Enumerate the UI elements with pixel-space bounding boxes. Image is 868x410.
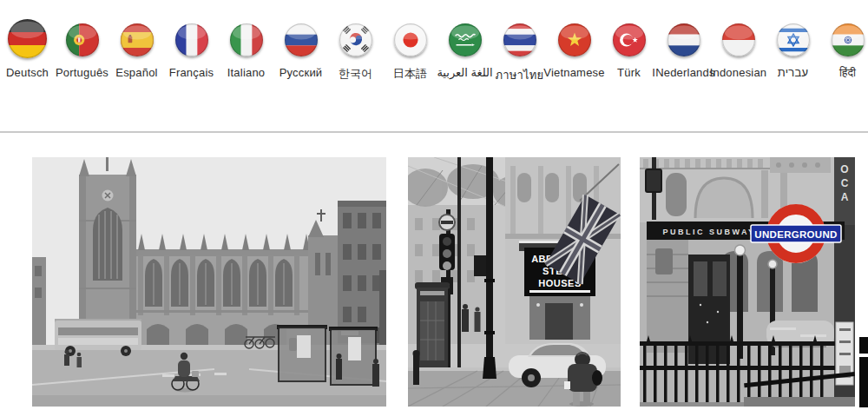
th-flag-icon xyxy=(503,23,536,56)
language-item-fr[interactable]: Français xyxy=(164,23,219,79)
kr-flag-icon xyxy=(339,23,372,56)
photo-underground-entrance: O C A PUBLIC SUBWAY xyxy=(640,157,855,407)
language-label: 日本語 xyxy=(393,66,428,82)
language-label: Русский xyxy=(279,66,323,79)
language-item-es[interactable]: Español xyxy=(109,23,164,79)
id-flag-icon xyxy=(722,23,755,56)
language-item-kr[interactable]: 한국어 xyxy=(328,23,383,82)
photo-partial-block-top xyxy=(859,337,868,354)
tr-flag-icon xyxy=(613,23,646,56)
pt-flag-icon xyxy=(66,23,99,56)
language-label: Türk xyxy=(617,66,641,79)
language-label: עברית xyxy=(778,66,808,79)
language-item-jp[interactable]: 日本語 xyxy=(383,23,437,82)
nl-flag-icon xyxy=(667,23,700,56)
photo-partial-right-edge xyxy=(859,337,868,407)
language-label: Español xyxy=(115,66,157,79)
language-section: Deutsch Português Español Français Itali… xyxy=(0,0,868,133)
aberdeen-street-illustration: ABERDEEN STEAK HOUSES xyxy=(408,157,621,407)
language-label: 한국어 xyxy=(339,66,373,82)
es-flag-icon xyxy=(121,23,154,56)
bath-abbey-illustration xyxy=(32,157,386,407)
language-item-de[interactable]: Deutsch xyxy=(0,19,55,79)
language-label: Deutsch xyxy=(6,66,49,79)
language-bar: Deutsch Português Español Français Itali… xyxy=(0,0,868,84)
language-label: INederlands xyxy=(652,66,714,79)
language-label: Indonesian xyxy=(710,66,767,79)
language-label: اللغة العربية xyxy=(437,66,492,79)
vertical-sign-letter-1: O xyxy=(840,163,848,175)
language-item-tr[interactable]: Türk xyxy=(602,23,656,79)
language-label: Vietnamese xyxy=(543,66,604,79)
language-item-in[interactable]: हिंदी xyxy=(820,23,868,80)
it-flag-icon xyxy=(230,23,263,56)
language-item-nl[interactable]: INederlands xyxy=(656,23,711,79)
public-subway-sign: PUBLIC SUBWAY xyxy=(662,228,755,236)
language-item-it[interactable]: Italiano xyxy=(219,23,273,79)
fr-flag-icon xyxy=(175,23,208,56)
language-item-pt[interactable]: Português xyxy=(55,23,109,79)
language-label: Français xyxy=(169,66,214,79)
vertical-sign-letter-2: C xyxy=(841,177,849,189)
ru-flag-icon xyxy=(285,23,318,56)
underground-roundel-text: UNDERGROUND xyxy=(754,229,837,240)
sa-flag-icon xyxy=(449,23,482,56)
photo-partial-block-bottom xyxy=(859,357,868,407)
photo-gallery: ABERDEEN STEAK HOUSES xyxy=(0,133,868,408)
language-label: Português xyxy=(56,66,108,79)
language-item-ru[interactable]: Русский xyxy=(273,23,328,79)
language-item-sa[interactable]: اللغة العربية xyxy=(437,23,492,79)
il-flag-icon xyxy=(777,23,810,56)
photo-bath-abbey-street xyxy=(32,157,386,407)
photo-aberdeen-steak-houses: ABERDEEN STEAK HOUSES xyxy=(408,157,621,407)
jp-flag-icon xyxy=(394,23,427,56)
vn-flag-icon xyxy=(558,23,591,56)
in-flag-icon xyxy=(832,23,865,56)
de-flag-icon xyxy=(8,19,47,58)
language-label: ภาษาไทย xyxy=(496,66,544,84)
language-label: हिंदी xyxy=(839,66,856,80)
language-item-id[interactable]: Indonesian xyxy=(711,23,766,79)
language-item-vn[interactable]: Vietnamese xyxy=(547,23,602,79)
language-item-il[interactable]: עברית xyxy=(766,23,820,79)
language-label: Italiano xyxy=(227,66,266,79)
vertical-sign-letter-3: A xyxy=(841,191,849,203)
underground-entrance-illustration: O C A PUBLIC SUBWAY xyxy=(640,157,855,407)
language-item-th[interactable]: ภาษาไทย xyxy=(492,23,547,84)
